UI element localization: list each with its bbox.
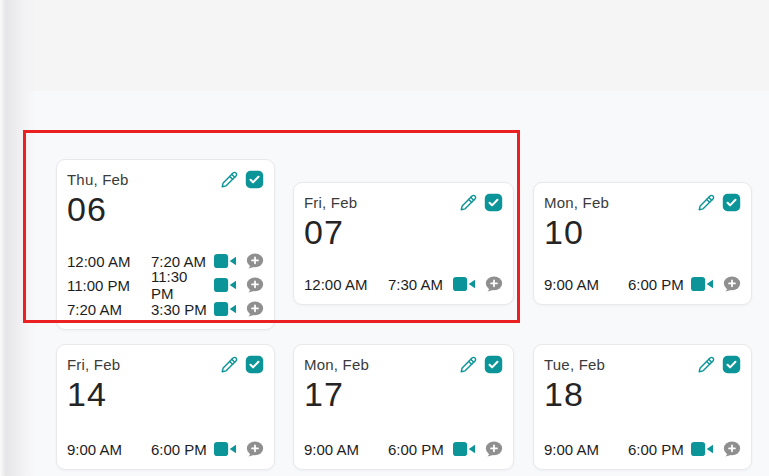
video-camera-icon[interactable] <box>691 441 713 457</box>
slot-start-time: 9:00 AM <box>544 441 628 458</box>
video-camera-icon[interactable] <box>691 276 713 292</box>
day-checkbox-checked-icon[interactable] <box>484 193 503 212</box>
slot-end-time: 6:00 PM <box>628 441 690 458</box>
day-card-thu-06: Thu, Feb 06 12:00 AM 7:20 AM <box>56 159 275 330</box>
slot-list: 9:00 AM 6:00 PM <box>67 437 264 461</box>
time-slot-row: 12:00 AM 7:30 AM <box>304 272 503 296</box>
day-checkbox-checked-icon[interactable] <box>245 170 264 189</box>
day-label: Mon, Feb <box>304 356 369 373</box>
time-slot-row: 9:00 AM 6:00 PM <box>544 437 741 461</box>
day-checkbox-checked-icon[interactable] <box>722 355 741 374</box>
time-slot-row: 11:00 PM 11:30 PM <box>67 273 264 297</box>
day-card-fri-07: Fri, Feb 07 12:00 AM 7:30 AM <box>293 182 514 305</box>
day-label: Thu, Feb <box>67 171 129 188</box>
edit-pencil-icon[interactable] <box>459 355 478 374</box>
slot-start-time: 11:00 PM <box>67 277 151 294</box>
slot-start-time: 7:20 AM <box>67 301 151 318</box>
comment-plus-icon[interactable] <box>485 276 503 293</box>
slot-list: 9:00 AM 6:00 PM <box>544 272 741 296</box>
day-card-tue-18: Tue, Feb 18 9:00 AM 6:00 PM <box>533 344 752 470</box>
time-slot-row: 9:00 AM 6:00 PM <box>67 437 264 461</box>
left-edge-shadow <box>0 0 36 476</box>
slot-end-time: 7:20 AM <box>151 253 213 270</box>
card-header: Mon, Feb <box>304 354 503 374</box>
time-slot-row: 7:20 AM 3:30 PM <box>67 297 264 321</box>
day-checkbox-checked-icon[interactable] <box>245 355 264 374</box>
card-header: Fri, Feb <box>304 192 503 212</box>
edit-pencil-icon[interactable] <box>697 193 716 212</box>
card-header: Fri, Feb <box>67 354 264 374</box>
day-checkbox-checked-icon[interactable] <box>722 193 741 212</box>
video-camera-icon[interactable] <box>453 441 475 457</box>
time-slot-row: 9:00 AM 6:00 PM <box>544 272 741 296</box>
day-number: 06 <box>67 189 264 229</box>
comment-plus-icon[interactable] <box>246 441 264 458</box>
time-slot-row: 9:00 AM 6:00 PM <box>304 437 503 461</box>
day-card-fri-14: Fri, Feb 14 9:00 AM 6:00 PM <box>56 344 275 470</box>
day-number: 07 <box>304 212 503 252</box>
day-label: Fri, Feb <box>67 356 120 373</box>
slot-list: 12:00 AM 7:30 AM <box>304 272 503 296</box>
slot-start-time: 9:00 AM <box>67 441 151 458</box>
day-card-mon-10: Mon, Feb 10 9:00 AM 6:00 PM <box>533 182 752 305</box>
slot-end-time: 7:30 AM <box>388 276 450 293</box>
availability-schedule-screen: Thu, Feb 06 12:00 AM 7:20 AM <box>0 0 769 476</box>
comment-plus-icon[interactable] <box>723 441 741 458</box>
edit-pencil-icon[interactable] <box>220 170 239 189</box>
edit-pencil-icon[interactable] <box>220 355 239 374</box>
slot-list: 9:00 AM 6:00 PM <box>304 437 503 461</box>
slot-start-time: 12:00 AM <box>304 276 388 293</box>
slot-list: 9:00 AM 6:00 PM <box>544 437 741 461</box>
day-label: Tue, Feb <box>544 356 605 373</box>
video-camera-icon[interactable] <box>214 253 236 269</box>
comment-plus-icon[interactable] <box>246 301 264 318</box>
card-header: Mon, Feb <box>544 192 741 212</box>
slot-end-time: 6:00 PM <box>628 276 690 293</box>
comment-plus-icon[interactable] <box>246 277 264 294</box>
day-number: 18 <box>544 374 741 414</box>
video-camera-icon[interactable] <box>214 301 236 317</box>
video-camera-icon[interactable] <box>214 277 236 293</box>
slot-end-time: 6:00 PM <box>388 441 450 458</box>
slot-start-time: 9:00 AM <box>544 276 628 293</box>
slot-list: 12:00 AM 7:20 AM 11:00 PM 11:30 PM 7:20 … <box>67 249 264 321</box>
top-band <box>0 0 769 91</box>
slot-end-time: 3:30 PM <box>151 301 213 318</box>
edit-pencil-icon[interactable] <box>459 193 478 212</box>
day-number: 17 <box>304 374 503 414</box>
slot-start-time: 9:00 AM <box>304 441 388 458</box>
day-label: Fri, Feb <box>304 194 357 211</box>
comment-plus-icon[interactable] <box>485 441 503 458</box>
card-header: Thu, Feb <box>67 169 264 189</box>
slot-end-time: 6:00 PM <box>151 441 213 458</box>
day-label: Mon, Feb <box>544 194 609 211</box>
video-camera-icon[interactable] <box>453 276 475 292</box>
comment-plus-icon[interactable] <box>723 276 741 293</box>
day-number: 10 <box>544 212 741 252</box>
slot-start-time: 12:00 AM <box>67 253 151 270</box>
card-header: Tue, Feb <box>544 354 741 374</box>
day-checkbox-checked-icon[interactable] <box>484 355 503 374</box>
edit-pencil-icon[interactable] <box>697 355 716 374</box>
video-camera-icon[interactable] <box>214 441 236 457</box>
comment-plus-icon[interactable] <box>246 253 264 270</box>
day-card-mon-17: Mon, Feb 17 9:00 AM 6:00 PM <box>293 344 514 470</box>
day-number: 14 <box>67 374 264 414</box>
